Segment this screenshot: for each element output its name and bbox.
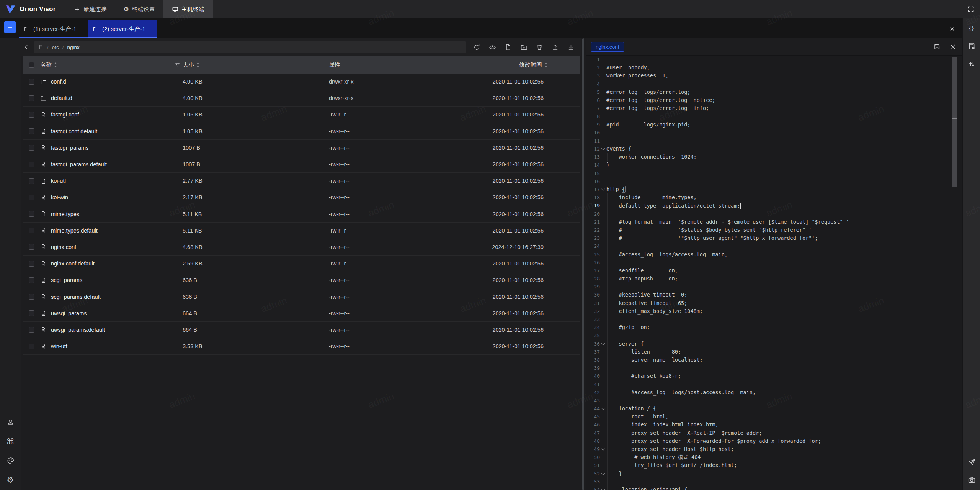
code-text[interactable]: index index.html index.htm; bbox=[606, 421, 962, 429]
code-text[interactable] bbox=[606, 380, 962, 388]
row-checkbox[interactable] bbox=[29, 79, 34, 85]
row-checkbox[interactable] bbox=[29, 128, 34, 134]
fold-chevron-icon[interactable] bbox=[600, 486, 606, 490]
code-text[interactable]: #log_format main '$remote_addr - $remote… bbox=[606, 218, 962, 226]
close-icon[interactable] bbox=[947, 41, 959, 52]
code-line[interactable]: 19 default_type application/octet-stream… bbox=[588, 202, 962, 210]
code-text[interactable]: default_type application/octet-stream; bbox=[606, 202, 962, 209]
file-name[interactable]: fastcgi.conf.default bbox=[51, 128, 97, 134]
code-line[interactable]: 51 try_files $uri $uri/ /index.html; bbox=[588, 461, 962, 469]
code-line[interactable]: 28 #tcp_nopush on; bbox=[588, 275, 962, 283]
table-row[interactable]: scgi_params636 B-rw-r--r--2020-11-01 10:… bbox=[23, 272, 580, 288]
code-line[interactable]: 31 keepalive_timeout 65; bbox=[588, 299, 962, 307]
file-name[interactable]: koi-utf bbox=[51, 178, 66, 184]
code-text[interactable]: # '$status $body_bytes_sent "$http_refer… bbox=[606, 226, 962, 234]
code-text[interactable]: #error_log logs/error.log notice; bbox=[606, 96, 962, 104]
file-name[interactable]: fastcgi.conf bbox=[51, 111, 79, 118]
code-text[interactable]: location / { bbox=[606, 405, 962, 413]
row-checkbox[interactable] bbox=[29, 178, 34, 184]
code-text[interactable]: #access_log logs/host.access.log main; bbox=[606, 388, 962, 397]
code-text[interactable] bbox=[606, 242, 962, 250]
breadcrumb-segment[interactable]: etc bbox=[52, 44, 59, 50]
code-line[interactable]: 3worker_processes 1; bbox=[588, 72, 962, 80]
nav-item-host-terminal[interactable]: 主机终端 bbox=[163, 0, 213, 18]
column-header-attr[interactable]: 属性 bbox=[329, 61, 478, 69]
upload-icon[interactable] bbox=[550, 42, 560, 52]
code-text[interactable]: #pid logs/nginx.pid; bbox=[606, 121, 962, 129]
code-text[interactable]: try_files $uri $uri/ /index.html; bbox=[606, 461, 962, 469]
camera-icon[interactable] bbox=[967, 475, 977, 485]
code-text[interactable] bbox=[606, 112, 962, 120]
new-file-icon[interactable] bbox=[503, 42, 513, 52]
code-line[interactable]: 15 bbox=[588, 169, 962, 177]
row-checkbox[interactable] bbox=[29, 277, 34, 283]
file-name[interactable]: conf.d bbox=[51, 79, 66, 85]
code-line[interactable]: 21 #log_format main '$remote_addr - $rem… bbox=[588, 218, 962, 226]
code-text[interactable] bbox=[606, 364, 962, 372]
table-row[interactable]: koi-win2.17 KB-rw-r--r--2020-11-01 10:02… bbox=[23, 189, 580, 206]
table-row[interactable]: conf.d4.00 KBdrwxr-xr-x2020-11-01 10:02:… bbox=[23, 74, 580, 90]
code-line[interactable]: 48 proxy_set_header X-Forwarded-For $pro… bbox=[588, 437, 962, 445]
row-checkbox[interactable] bbox=[29, 327, 34, 333]
filter-icon[interactable] bbox=[175, 62, 180, 68]
add-connection-button[interactable] bbox=[4, 21, 16, 33]
gear-icon[interactable]: ⚙ bbox=[5, 475, 15, 485]
code-text[interactable]: worker_processes 1; bbox=[606, 72, 962, 80]
row-checkbox[interactable] bbox=[29, 112, 34, 118]
file-name[interactable]: mime.types bbox=[51, 211, 79, 217]
file-name[interactable]: default.d bbox=[51, 95, 72, 101]
table-row[interactable]: fastcgi_params.default1007 B-rw-r--r--20… bbox=[23, 156, 580, 173]
code-line[interactable]: 40 #charset koi8-r; bbox=[588, 372, 962, 380]
code-line[interactable]: 27 sendfile on; bbox=[588, 267, 962, 275]
sort-arrows-icon[interactable] bbox=[54, 62, 57, 67]
code-text[interactable]: server { bbox=[606, 340, 962, 348]
row-checkbox[interactable] bbox=[29, 344, 34, 349]
code-line[interactable]: 22 # '$status $body_bytes_sent "$http_re… bbox=[588, 226, 962, 234]
table-row[interactable]: fastcgi_params1007 B-rw-r--r--2020-11-01… bbox=[23, 140, 580, 156]
table-row[interactable]: uwsgi_params.default664 B-rw-r--r--2020-… bbox=[23, 322, 580, 338]
code-text[interactable]: sendfile on; bbox=[606, 267, 962, 275]
tab-server-2[interactable]: (2) server-生产-1 bbox=[88, 20, 157, 38]
table-row[interactable]: nginx.conf4.68 KB-rw-r--r--2024-12-10 16… bbox=[23, 239, 580, 256]
code-text[interactable]: #error_log logs/error.log; bbox=[606, 88, 962, 96]
swap-vertical-icon[interactable] bbox=[967, 59, 977, 69]
code-line[interactable]: 23 # '"$http_user_agent" "$http_x_forwar… bbox=[588, 234, 962, 242]
code-line[interactable]: 54 location /orion/api { bbox=[588, 486, 962, 490]
sort-arrows-icon[interactable] bbox=[544, 62, 547, 67]
code-text[interactable]: http { bbox=[606, 185, 962, 193]
code-text[interactable] bbox=[606, 315, 962, 323]
code-text[interactable]: server_name localhost; bbox=[606, 356, 962, 364]
code-text[interactable] bbox=[606, 80, 962, 88]
fold-chevron-icon[interactable] bbox=[600, 405, 606, 413]
code-text[interactable] bbox=[606, 397, 962, 405]
file-name[interactable]: nginx.conf bbox=[51, 244, 76, 250]
code-line[interactable]: 39 bbox=[588, 364, 962, 372]
code-line[interactable]: 5#error_log logs/error.log; bbox=[588, 88, 962, 96]
code-text[interactable]: root html; bbox=[606, 413, 962, 421]
code-text[interactable]: # '"$http_user_agent" "$http_x_forwarded… bbox=[606, 234, 962, 242]
save-icon[interactable] bbox=[931, 41, 942, 52]
download-icon[interactable] bbox=[566, 42, 575, 52]
code-line[interactable]: 34 #gzip on; bbox=[588, 323, 962, 331]
back-button[interactable] bbox=[21, 41, 31, 53]
code-text[interactable]: client_max_body_size 1048m; bbox=[606, 307, 962, 315]
code-line[interactable]: 1 bbox=[588, 56, 962, 64]
code-text[interactable]: } bbox=[606, 161, 962, 169]
row-checkbox[interactable] bbox=[29, 195, 34, 200]
command-icon[interactable]: ⌘ bbox=[5, 436, 15, 446]
code-line[interactable]: 8 bbox=[588, 112, 962, 120]
code-text[interactable]: location /orion/api { bbox=[606, 486, 962, 490]
table-row[interactable]: fastcgi.conf.default1.05 KB-rw-r--r--202… bbox=[23, 123, 580, 140]
row-checkbox[interactable] bbox=[29, 211, 34, 217]
column-header-name[interactable]: 名称 bbox=[40, 61, 183, 69]
close-panel-icon[interactable] bbox=[947, 24, 957, 34]
tab-server-1[interactable]: (1) server-生产-1 bbox=[19, 20, 88, 38]
code-text[interactable]: # web history 模式 404 bbox=[606, 453, 962, 461]
row-checkbox[interactable] bbox=[29, 310, 34, 316]
code-line[interactable]: 32 client_max_body_size 1048m; bbox=[588, 307, 962, 315]
send-icon[interactable] bbox=[967, 457, 977, 467]
code-line[interactable]: 43 bbox=[588, 397, 962, 405]
row-checkbox[interactable] bbox=[29, 95, 34, 101]
row-checkbox[interactable] bbox=[29, 294, 34, 300]
code-line[interactable]: 41 bbox=[588, 380, 962, 388]
